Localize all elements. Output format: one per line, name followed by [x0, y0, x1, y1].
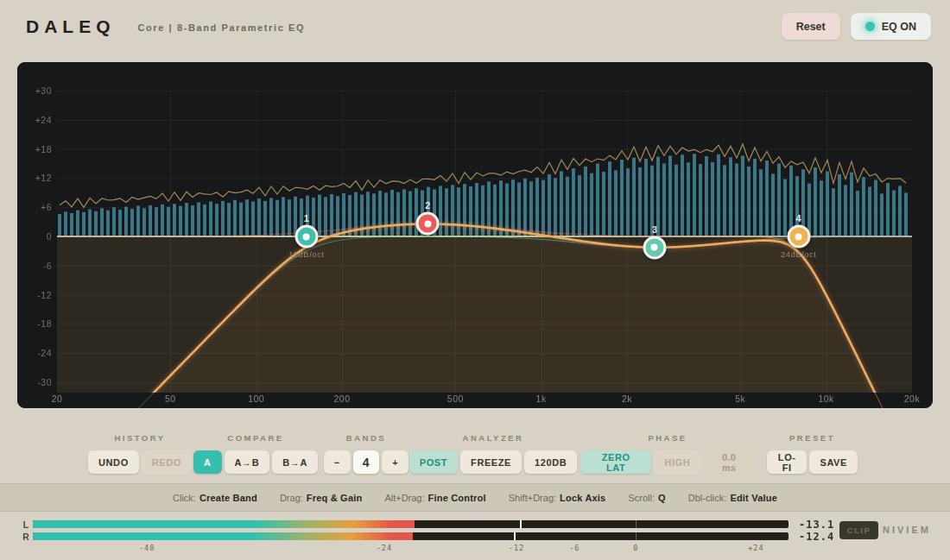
eq-on-toggle[interactable]: EQ ON: [851, 13, 931, 40]
meter-fill: [33, 520, 415, 528]
analyzer-label: ANALYZER: [418, 433, 568, 443]
frequency-tick-label: 20k: [904, 393, 920, 404]
frequency-tick-label: 500: [447, 393, 464, 404]
meter-track-l: [33, 520, 788, 528]
copy-b-to-a-button[interactable]: B→A: [272, 450, 318, 474]
analyzer-post-button[interactable]: POST: [409, 450, 458, 474]
bands-group: BANDS − 4 +: [323, 420, 409, 474]
phase-latency-value[interactable]: 0.0 ms: [703, 450, 755, 474]
band-number-label: 1: [304, 213, 309, 223]
gain-tick-label: 0: [22, 231, 52, 242]
frequency-tick-label: 200: [333, 393, 350, 404]
band-number-label: 2: [425, 200, 430, 211]
gain-tick-label: -6: [22, 261, 52, 271]
meter-scale-label: -6: [569, 544, 580, 552]
meter-scale-label: +24: [748, 544, 763, 552]
frequency-tick-label: 20: [52, 393, 63, 404]
frequency-tick-label: 5k: [735, 393, 745, 404]
gain-tick-label: +24: [22, 115, 52, 125]
eq-graph-panel: +30+24+18+12+60-6-12-18-24-30 2050100200…: [17, 62, 933, 408]
band-count-value[interactable]: 4: [353, 450, 379, 474]
level-meters: CLIP NIVIEM L-13.1R-12.4-48-24-12-60+24: [0, 513, 950, 560]
band-node-4[interactable]: [787, 225, 810, 249]
frequency-tick-label: 2k: [622, 393, 632, 404]
meter-scale-label: -12: [509, 544, 524, 552]
bands-label: BANDS: [323, 433, 409, 443]
compare-a-button[interactable]: A: [193, 450, 222, 474]
meter-fill: [33, 532, 413, 540]
gain-tick-label: -24: [22, 348, 52, 358]
frequency-tick-label: 50: [165, 393, 176, 404]
add-band-button[interactable]: +: [382, 450, 408, 474]
preset-group: PRESET LO-FI SAVE: [767, 420, 858, 474]
meter-channel-label: R: [21, 532, 31, 542]
redo-button[interactable]: REDO: [142, 450, 192, 474]
header: DALEQ Core | 8-Band Parametric EQ Reset …: [0, 0, 950, 53]
gain-tick-label: -30: [22, 377, 52, 387]
meter-peak-tick: [520, 520, 522, 528]
band-node-3[interactable]: [643, 236, 666, 259]
power-indicator-icon: [865, 22, 875, 31]
help-item: Click:Create Band: [173, 493, 257, 503]
meter-scale-label: -24: [377, 544, 392, 552]
preset-label: PRESET: [767, 433, 858, 443]
help-item: Alt+Drag:Fine Control: [384, 493, 485, 503]
band-number-label: 4: [796, 213, 801, 223]
meter-peak-tick: [514, 532, 516, 540]
help-item: Shift+Drag:Lock Axis: [509, 493, 606, 503]
help-item: Scroll:Q: [628, 493, 665, 503]
meter-zero-mark: [636, 520, 636, 528]
meter-value-l: -13.1: [799, 519, 834, 531]
meter-track-r: [33, 532, 788, 540]
analyzer-120db-button[interactable]: 120DB: [524, 450, 577, 474]
help-bar: Click:Create BandDrag:Freq & GainAlt+Dra…: [0, 483, 950, 512]
preset-lofi-button[interactable]: LO-FI: [767, 450, 807, 474]
band-node-2[interactable]: [416, 212, 440, 236]
phase-group: PHASE ZERO LAT HIGH 0.0 ms: [580, 420, 755, 474]
gain-tick-label: +30: [22, 85, 52, 96]
compare-group: COMPARE A A→B B→A: [199, 420, 313, 474]
meter-scale-label: -48: [139, 544, 155, 552]
phase-label: PHASE: [580, 433, 755, 443]
band-number-label: 3: [652, 224, 657, 235]
phase-high-button[interactable]: HIGH: [654, 450, 700, 474]
gain-tick-label: -18: [22, 318, 52, 329]
help-item: Drag:Freq & Gain: [280, 493, 362, 503]
gain-tick-label: -12: [22, 290, 52, 300]
remove-band-button[interactable]: −: [324, 450, 351, 474]
gain-tick-label: +6: [22, 202, 52, 212]
compare-label: COMPARE: [199, 433, 313, 443]
history-label: HISTORY: [89, 433, 191, 443]
meter-channel-label: L: [21, 519, 31, 530]
app-title: DALEQ: [26, 16, 116, 37]
preset-save-button[interactable]: SAVE: [809, 450, 858, 474]
app-subtitle: Core | 8-Band Parametric EQ: [138, 22, 306, 33]
help-item: Dbl-click:Edit Value: [688, 493, 777, 503]
control-bar: HISTORY UNDO REDO COMPARE A A→B B→A BAND…: [0, 420, 950, 481]
band-node-1[interactable]: [294, 225, 318, 249]
brand-logo: NIVIEM: [883, 525, 931, 535]
copy-a-to-b-button[interactable]: A→B: [225, 450, 270, 474]
meter-value-r: -12.4: [799, 531, 834, 543]
history-group: HISTORY UNDO REDO: [89, 420, 191, 474]
band-slope-label: 24dB/oct: [781, 249, 817, 259]
gain-tick-label: +18: [22, 144, 52, 154]
analyzer-freeze-button[interactable]: FREEZE: [460, 450, 522, 474]
gain-tick-label: +12: [22, 173, 52, 183]
clip-indicator-button[interactable]: CLIP: [839, 521, 878, 539]
eq-on-label: EQ ON: [882, 21, 916, 33]
undo-button[interactable]: UNDO: [88, 450, 139, 474]
daleq-plugin-window: DALEQ Core | 8-Band Parametric EQ Reset …: [0, 0, 950, 560]
frequency-tick-label: 100: [248, 393, 264, 404]
phase-zero-latency-button[interactable]: ZERO LAT: [580, 450, 651, 474]
frequency-tick-label: 1k: [536, 393, 547, 404]
band-slope-label: 18dB/oct: [288, 249, 325, 259]
analyzer-group: ANALYZER POST FREEZE 120DB: [418, 420, 568, 474]
meter-zero-mark: [636, 532, 636, 540]
reset-button[interactable]: Reset: [782, 13, 840, 40]
meter-scale-label: 0: [633, 544, 638, 552]
frequency-tick-label: 10k: [818, 393, 833, 404]
